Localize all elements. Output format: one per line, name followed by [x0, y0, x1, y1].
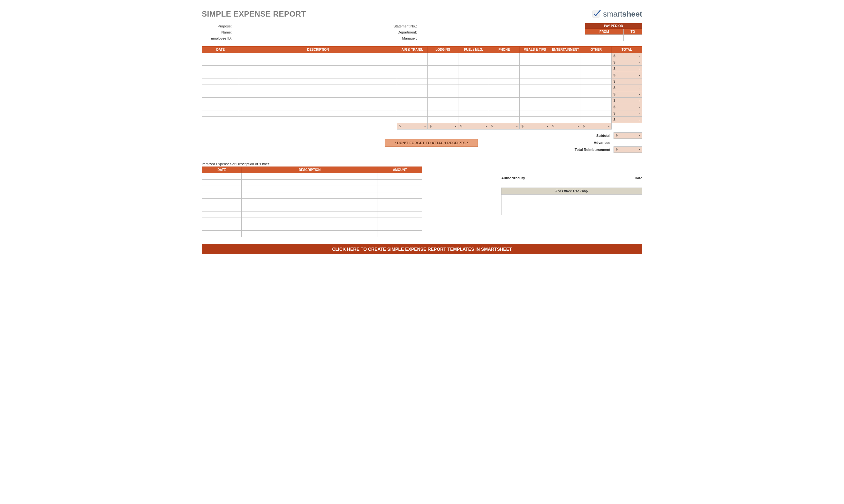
employee-id-field[interactable] — [234, 35, 371, 40]
expense-cell[interactable] — [239, 104, 397, 110]
expense-cell[interactable] — [550, 104, 581, 110]
expense-cell[interactable] — [239, 97, 397, 104]
itemized-cell[interactable] — [202, 224, 242, 231]
expense-cell[interactable] — [458, 104, 489, 110]
expense-cell[interactable] — [202, 117, 239, 123]
itemized-cell[interactable] — [242, 231, 378, 237]
expense-cell[interactable] — [427, 66, 458, 72]
expense-cell[interactable] — [458, 72, 489, 78]
expense-cell[interactable] — [550, 85, 581, 91]
expense-cell[interactable] — [550, 72, 581, 78]
expense-cell[interactable] — [458, 85, 489, 91]
itemized-cell[interactable] — [242, 212, 378, 218]
expense-cell[interactable] — [239, 72, 397, 78]
expense-cell[interactable] — [550, 59, 581, 66]
expense-cell[interactable] — [427, 85, 458, 91]
itemized-cell[interactable] — [242, 186, 378, 192]
itemized-cell[interactable] — [378, 224, 422, 231]
itemized-cell[interactable] — [202, 212, 242, 218]
itemized-cell[interactable] — [202, 192, 242, 199]
expense-cell[interactable] — [427, 91, 458, 97]
expense-cell[interactable] — [581, 78, 611, 85]
itemized-cell[interactable] — [242, 224, 378, 231]
itemized-cell[interactable] — [242, 173, 378, 180]
expense-cell[interactable] — [489, 66, 520, 72]
itemized-cell[interactable] — [202, 173, 242, 180]
statement-no-field[interactable] — [419, 23, 534, 28]
expense-cell[interactable] — [581, 91, 611, 97]
expense-cell[interactable] — [458, 66, 489, 72]
itemized-cell[interactable] — [242, 218, 378, 224]
itemized-cell[interactable] — [378, 180, 422, 186]
expense-cell[interactable] — [581, 53, 611, 59]
expense-cell[interactable] — [550, 117, 581, 123]
itemized-cell[interactable] — [202, 218, 242, 224]
expense-cell[interactable] — [397, 104, 427, 110]
itemized-cell[interactable] — [378, 212, 422, 218]
itemized-cell[interactable] — [202, 205, 242, 212]
expense-cell[interactable] — [397, 53, 427, 59]
expense-cell[interactable] — [489, 104, 520, 110]
expense-cell[interactable] — [489, 117, 520, 123]
itemized-cell[interactable] — [378, 199, 422, 205]
expense-cell[interactable] — [458, 78, 489, 85]
expense-cell[interactable] — [550, 78, 581, 85]
expense-cell[interactable] — [489, 91, 520, 97]
expense-cell[interactable] — [550, 66, 581, 72]
itemized-cell[interactable] — [242, 180, 378, 186]
itemized-cell[interactable] — [378, 192, 422, 199]
expense-cell[interactable] — [397, 59, 427, 66]
expense-cell[interactable] — [239, 66, 397, 72]
expense-cell[interactable] — [581, 72, 611, 78]
itemized-cell[interactable] — [242, 205, 378, 212]
expense-cell[interactable] — [202, 110, 239, 117]
expense-cell[interactable] — [458, 110, 489, 117]
cta-banner[interactable]: CLICK HERE TO CREATE SIMPLE EXPENSE REPO… — [202, 244, 642, 254]
itemized-cell[interactable] — [378, 173, 422, 180]
itemized-cell[interactable] — [378, 205, 422, 212]
expense-cell[interactable] — [427, 53, 458, 59]
expense-cell[interactable] — [520, 117, 550, 123]
expense-cell[interactable] — [581, 97, 611, 104]
expense-cell[interactable] — [202, 53, 239, 59]
expense-cell[interactable] — [520, 78, 550, 85]
expense-cell[interactable] — [427, 117, 458, 123]
expense-cell[interactable] — [202, 59, 239, 66]
expense-cell[interactable] — [397, 85, 427, 91]
expense-cell[interactable] — [397, 91, 427, 97]
expense-cell[interactable] — [397, 97, 427, 104]
expense-cell[interactable] — [520, 85, 550, 91]
expense-cell[interactable] — [427, 59, 458, 66]
manager-field[interactable] — [419, 35, 534, 40]
expense-cell[interactable] — [239, 110, 397, 117]
office-use-body[interactable] — [502, 195, 642, 215]
expense-cell[interactable] — [520, 110, 550, 117]
expense-cell[interactable] — [581, 110, 611, 117]
expense-cell[interactable] — [202, 91, 239, 97]
itemized-cell[interactable] — [202, 180, 242, 186]
expense-cell[interactable] — [427, 97, 458, 104]
itemized-cell[interactable] — [242, 199, 378, 205]
expense-cell[interactable] — [520, 97, 550, 104]
expense-cell[interactable] — [550, 91, 581, 97]
expense-cell[interactable] — [489, 85, 520, 91]
pay-period-from-cell[interactable] — [585, 35, 624, 41]
expense-cell[interactable] — [458, 97, 489, 104]
expense-cell[interactable] — [397, 117, 427, 123]
expense-cell[interactable] — [489, 53, 520, 59]
expense-cell[interactable] — [427, 104, 458, 110]
expense-cell[interactable] — [458, 117, 489, 123]
expense-cell[interactable] — [520, 53, 550, 59]
expense-cell[interactable] — [520, 104, 550, 110]
expense-cell[interactable] — [520, 66, 550, 72]
expense-cell[interactable] — [239, 53, 397, 59]
expense-cell[interactable] — [239, 117, 397, 123]
expense-cell[interactable] — [458, 59, 489, 66]
expense-cell[interactable] — [550, 97, 581, 104]
expense-cell[interactable] — [489, 72, 520, 78]
expense-cell[interactable] — [397, 78, 427, 85]
pay-period-to-cell[interactable] — [623, 35, 642, 41]
expense-cell[interactable] — [202, 104, 239, 110]
itemized-cell[interactable] — [378, 218, 422, 224]
advances-value[interactable] — [614, 139, 642, 146]
